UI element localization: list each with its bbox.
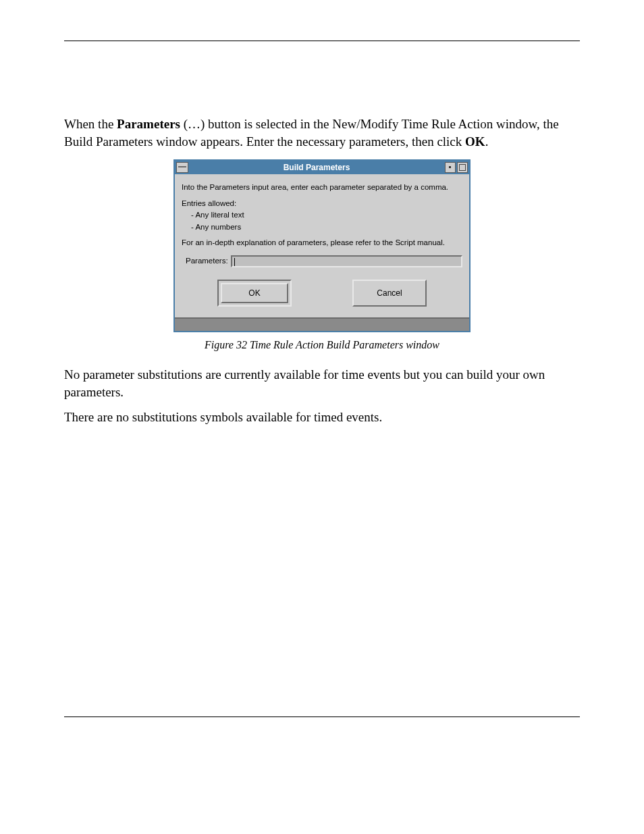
window-menu-icon[interactable] [176,162,188,173]
default-button-ring: OK [217,280,292,307]
after-figure-paragraph-2: There are no substitutions symbols avail… [64,409,580,426]
cancel-button-label: Cancel [377,288,402,298]
ok-button[interactable]: OK [221,283,288,303]
intro-bold-parameters: Parameters [117,117,180,131]
intro-bold-ok: OK [465,134,485,149]
intro-text-pre: When the [64,117,117,131]
dialog-instruction-2: For an in-depth explanation of parameter… [182,238,462,249]
cancel-button[interactable]: Cancel [352,280,427,307]
minimize-icon[interactable] [445,162,456,173]
ok-button-label: OK [248,288,260,298]
intro-text-post: . [485,134,489,149]
dialog-title: Build Parameters [188,163,445,172]
dialog-button-row: OK Cancel [182,280,462,307]
bottom-rule [64,716,580,717]
figure-wrap: Build Parameters Into the Parameters inp… [64,159,580,332]
dialog-body: Into the Parameters input area, enter ea… [175,174,469,331]
parameters-row: Parameters: [182,255,462,267]
parameters-input[interactable] [231,255,462,267]
maximize-icon[interactable] [457,162,468,173]
dialog-statusbar [175,317,469,331]
dialog-window: Build Parameters Into the Parameters inp… [173,159,471,332]
after-figure-paragraph-1: No parameter substitutions are currently… [64,366,580,400]
intro-paragraph: When the Parameters (…) button is select… [64,115,580,150]
figure-caption: Figure 32 Time Rule Action Build Paramet… [64,339,580,351]
parameters-label: Parameters: [182,256,231,267]
dialog-titlebar[interactable]: Build Parameters [175,161,469,174]
top-rule [64,41,580,41]
entries-allowed-item-1: - Any literal text [182,210,462,221]
entries-allowed-item-2: - Any numbers [182,222,462,233]
dialog-instruction-1: Into the Parameters input area, enter ea… [182,182,462,193]
entries-allowed-label: Entries allowed: [182,199,462,209]
